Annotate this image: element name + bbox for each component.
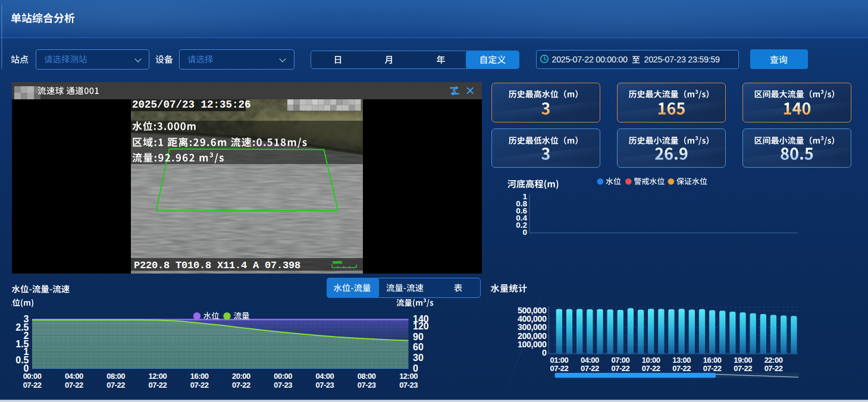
svg-text:04:00: 04:00 [316,372,334,381]
svg-text:90: 90 [413,332,424,342]
svg-text:07-23: 07-23 [358,381,376,390]
svg-text:P220.8 T010.8 X11.4 A 07.398: P220.8 T010.8 X11.4 A 07.398 [134,260,300,271]
svg-text:120: 120 [413,321,429,331]
svg-text:30: 30 [413,353,424,363]
svg-text:12:00: 12:00 [148,372,167,381]
svg-text:22:00: 22:00 [764,356,783,365]
svg-text:07-22: 07-22 [65,381,83,390]
svg-text:0: 0 [522,228,527,237]
svg-text:01:00: 01:00 [550,356,569,365]
svg-text:07-22: 07-22 [672,364,691,373]
svg-text:0: 0 [542,348,547,357]
svg-text:12:00: 12:00 [399,372,418,381]
svg-text:100,000: 100,000 [518,340,547,349]
svg-text:07-22: 07-22 [232,381,250,390]
svg-text:07-22: 07-22 [581,364,599,373]
svg-text:07-22: 07-22 [703,364,722,373]
svg-text:07-22: 07-22 [550,364,569,373]
svg-text:07-22: 07-22 [190,381,209,390]
svg-text:07-22: 07-22 [148,381,167,390]
svg-text:07-23: 07-23 [274,381,292,390]
svg-text:300,000: 300,000 [518,322,547,332]
svg-text:08:00: 08:00 [106,372,125,381]
svg-text:19:00: 19:00 [734,356,752,365]
svg-text:400,000: 400,000 [518,314,547,324]
svg-text:2025-07-23 23:59:59: 2025-07-23 23:59:59 [644,55,720,64]
svg-text:2025-07-22 00:00:00: 2025-07-22 00:00:00 [552,55,628,64]
svg-text:07:00: 07:00 [611,356,629,365]
svg-text:16:00: 16:00 [190,372,209,381]
svg-text:500,000: 500,000 [518,306,547,315]
svg-text:200,000: 200,000 [518,331,547,341]
svg-text:2025/07/23 12:35:26: 2025/07/23 12:35:26 [132,99,251,111]
svg-text:07-22: 07-22 [106,381,125,390]
svg-text:08:00: 08:00 [358,372,376,381]
svg-text:04:00: 04:00 [581,356,599,365]
svg-text:10:00: 10:00 [642,356,660,365]
svg-text:07-22: 07-22 [642,364,660,373]
svg-text:13:00: 13:00 [672,356,691,365]
svg-text:16:00: 16:00 [703,356,722,365]
svg-text:07-23: 07-23 [399,381,418,390]
svg-text:07-22: 07-22 [764,364,783,373]
svg-text:60: 60 [413,342,424,352]
svg-text:04:00: 04:00 [65,372,83,381]
svg-text:00:00: 00:00 [23,372,42,381]
svg-text:07-22: 07-22 [611,364,629,373]
svg-text:07-23: 07-23 [316,381,334,390]
svg-text:20:00: 20:00 [232,372,250,381]
svg-text:00:00: 00:00 [274,372,292,381]
svg-text:07-22: 07-22 [734,364,752,373]
svg-text:07-22: 07-22 [23,381,42,390]
